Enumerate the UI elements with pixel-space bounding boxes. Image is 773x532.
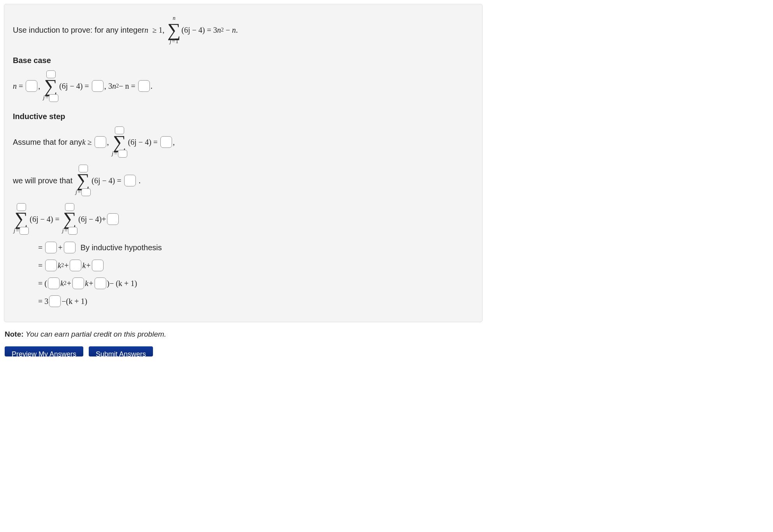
blank-base-sum-result[interactable] [92, 80, 104, 92]
note-text: You can earn partial credit on this prob… [26, 330, 166, 338]
blank-w1-rhs-lower[interactable] [68, 227, 77, 235]
note-label: Note: [5, 330, 24, 338]
blank-prove-lower[interactable] [81, 188, 91, 196]
geq-symbol: ≥ [151, 25, 159, 35]
blank-w4b[interactable] [72, 277, 84, 289]
num-1: 1 [159, 25, 163, 35]
work-line-1: ∑ j= (6j − 4) = ∑ j= (6j − 4)+ [13, 203, 474, 235]
inductive-step-heading: Inductive step [13, 112, 474, 121]
blank-assume-rhs[interactable] [160, 136, 172, 148]
prove-line: we will prove that ∑ j= (6j − 4) = . [13, 165, 474, 196]
minus: − [224, 25, 232, 35]
by-hypothesis-text: By inductive hypothesis [81, 243, 162, 252]
base-case-line: n = , ∑ j= (6j − 4) = , 3 n 2 − n = . [13, 70, 474, 102]
preview-answers-button[interactable]: Preview My Answers [5, 346, 83, 356]
blank-w1-extra[interactable] [107, 213, 119, 225]
blank-assume-lower[interactable] [118, 150, 127, 158]
sigma-lhs: ∑ j= [14, 203, 29, 235]
work-line-4: = ( k 2 + k+ ) − (k + 1) [13, 277, 474, 289]
blank-w1-lhs-lower[interactable] [19, 227, 29, 235]
summand: (6j − 4) [181, 25, 205, 35]
n-tail: n [232, 25, 236, 35]
three: 3 [213, 25, 217, 35]
blank-w3b[interactable] [70, 260, 81, 271]
sq: 2 [221, 27, 224, 33]
work-line-2: = + By inductive hypothesis [13, 242, 474, 253]
work-line-5: = 3 −(k + 1) [13, 295, 474, 307]
problem-statement: Use induction to prove: for any integer … [13, 14, 474, 46]
blank-base-lower[interactable] [49, 94, 58, 102]
submit-answers-button[interactable]: Submit Answers [89, 346, 153, 356]
blank-w2b[interactable] [64, 242, 76, 253]
blank-w3c[interactable] [92, 260, 104, 271]
blank-w4c[interactable] [95, 277, 106, 289]
sigma-problem: n ∑ j=1 [167, 14, 181, 46]
button-row: Preview My Answers Submit Answers [5, 346, 773, 356]
var-n: n [144, 25, 148, 35]
base-case-heading: Base case [13, 56, 474, 65]
blank-w4a[interactable] [48, 277, 60, 289]
sigma-prove: ∑ j= [76, 165, 91, 196]
work-line-3: = k 2 + k+ [13, 260, 474, 271]
blank-k-geq[interactable] [95, 136, 106, 148]
blank-prove-rhs[interactable] [124, 175, 136, 186]
blank-w2a[interactable] [45, 242, 57, 253]
blank-base-rhs[interactable] [138, 80, 150, 92]
eq: = [205, 25, 213, 35]
problem-box: Use induction to prove: for any integer … [4, 4, 483, 322]
prompt-text: Use induction to prove: for any integer [13, 25, 144, 35]
blank-w5[interactable] [49, 295, 61, 307]
partial-credit-note: Note: You can earn partial credit on thi… [5, 330, 768, 339]
sigma-base: ∑ j= [43, 70, 58, 102]
n-base: n [217, 25, 221, 35]
blank-w3a[interactable] [45, 260, 57, 271]
sigma-rhs: ∑ j= [62, 203, 77, 235]
blank-n-value[interactable] [26, 80, 37, 92]
assume-line: Assume that for any k ≥ , ∑ j= (6j − 4) … [13, 126, 474, 158]
sigma-assume: ∑ j= [112, 126, 127, 158]
period: . [236, 25, 238, 35]
